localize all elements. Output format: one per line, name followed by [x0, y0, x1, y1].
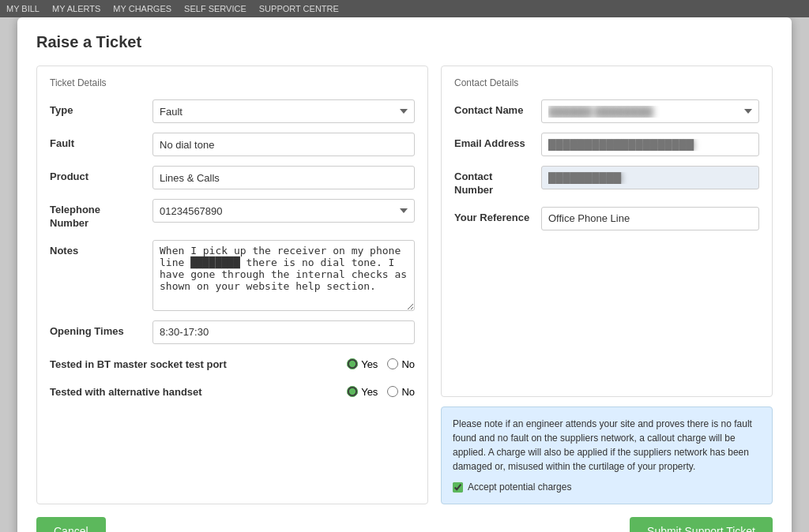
contact-name-row: Contact Name ██████ ████████	[454, 99, 759, 123]
email-label: Email Address	[454, 133, 541, 151]
type-row: Type Fault General Enquiry Order	[50, 99, 415, 123]
page-title: Raise a Ticket	[36, 33, 773, 51]
ticket-details-panel: Ticket Details Type Fault General Enquir…	[36, 66, 428, 504]
top-navigation: MY BILL MY ALERTS MY CHARGES SELF SERVIC…	[0, 0, 809, 17]
type-label: Type	[50, 99, 152, 118]
ticket-panel-title: Ticket Details	[50, 77, 415, 88]
email-row: Email Address	[454, 133, 759, 156]
accept-row: Accept potential charges	[453, 480, 761, 494]
bt-test-yes[interactable]: Yes	[347, 358, 378, 370]
fault-row: Fault	[50, 133, 415, 156]
contact-panel-title: Contact Details	[454, 77, 759, 88]
accept-charges-label[interactable]: Accept potential charges	[468, 480, 571, 494]
nav-item-charges[interactable]: MY CHARGES	[113, 4, 171, 13]
telephone-row: TelephoneNumber 01234567890	[50, 199, 415, 230]
notes-textarea[interactable]: When I pick up the receiver on my phone …	[152, 240, 415, 311]
bt-test-row: Tested in BT master socket test port Yes…	[50, 354, 415, 372]
notice-text: Please note if an engineer attends your …	[453, 418, 752, 472]
contact-name-select[interactable]: ██████ ████████	[541, 99, 759, 123]
accept-charges-checkbox[interactable]	[453, 482, 463, 493]
bt-test-label: Tested in BT master socket test port	[50, 354, 347, 372]
contact-number-input[interactable]	[541, 166, 759, 189]
your-reference-row: Your Reference	[454, 207, 759, 230]
raise-ticket-modal: Raise a Ticket Ticket Details Type Fault…	[17, 17, 792, 532]
bt-test-yes-radio[interactable]	[347, 358, 358, 369]
type-select[interactable]: Fault General Enquiry Order	[152, 99, 415, 123]
opening-times-row: Opening Times	[50, 320, 415, 344]
opening-times-input[interactable]	[152, 320, 415, 344]
panels-container: Ticket Details Type Fault General Enquir…	[36, 66, 773, 504]
bt-test-no-radio[interactable]	[387, 358, 398, 369]
notice-box: Please note if an engineer attends your …	[441, 406, 773, 504]
product-row: Product	[50, 166, 415, 189]
contact-number-label: ContactNumber	[454, 166, 541, 197]
your-reference-label: Your Reference	[454, 207, 541, 225]
notes-label: Notes	[50, 240, 152, 258]
bt-test-no[interactable]: No	[387, 358, 415, 370]
cancel-button[interactable]: Cancel	[36, 517, 106, 532]
bt-test-radio-group: Yes No	[347, 355, 415, 370]
alt-handset-radio-group: Yes No	[347, 383, 415, 398]
nav-item-bill[interactable]: MY BILL	[6, 4, 40, 13]
nav-item-alerts[interactable]: MY ALERTS	[52, 4, 100, 13]
alt-handset-no[interactable]: No	[387, 386, 415, 398]
contact-number-row: ContactNumber	[454, 166, 759, 197]
notes-row: Notes When I pick up the receiver on my …	[50, 240, 415, 311]
submit-button[interactable]: Submit Support Ticket	[630, 517, 773, 532]
fault-label: Fault	[50, 133, 152, 151]
alt-handset-no-radio[interactable]	[387, 386, 398, 397]
your-reference-input[interactable]	[541, 207, 759, 230]
email-input[interactable]	[541, 133, 759, 156]
right-column: Contact Details Contact Name ██████ ████…	[441, 66, 773, 504]
fault-input[interactable]	[152, 133, 415, 156]
alt-handset-yes[interactable]: Yes	[347, 386, 378, 398]
footer-buttons: Cancel Submit Support Ticket	[36, 517, 773, 532]
contact-details-panel: Contact Details Contact Name ██████ ████…	[441, 66, 773, 397]
nav-item-support[interactable]: SUPPORT CENTRE	[259, 4, 339, 13]
alt-handset-label: Tested with alternative handset	[50, 381, 347, 399]
nav-item-selfservice[interactable]: SELF SERVICE	[184, 4, 246, 13]
telephone-label: TelephoneNumber	[50, 199, 152, 230]
product-input[interactable]	[152, 166, 415, 189]
product-label: Product	[50, 166, 152, 184]
telephone-select[interactable]: 01234567890	[152, 199, 415, 223]
contact-name-label: Contact Name	[454, 99, 541, 118]
alt-handset-row: Tested with alternative handset Yes No	[50, 381, 415, 399]
alt-handset-yes-radio[interactable]	[347, 386, 358, 397]
opening-times-label: Opening Times	[50, 320, 152, 339]
